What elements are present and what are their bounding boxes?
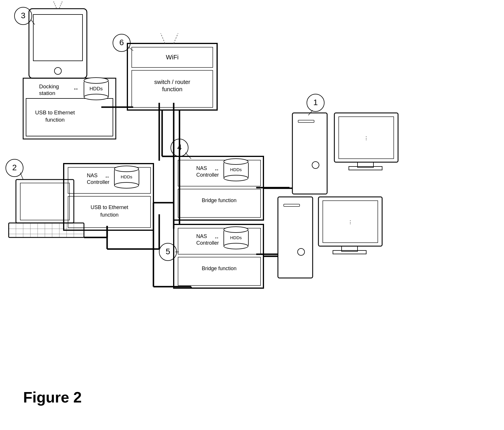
svg-rect-115 [333,250,366,254]
svg-point-19 [84,78,108,83]
svg-text:HDDs: HDDs [89,86,102,92]
svg-line-11 [54,1,56,8]
svg-point-61 [114,166,139,172]
svg-point-74 [224,175,248,181]
svg-rect-104 [349,166,382,170]
svg-text:HDDs: HDDs [230,235,242,240]
svg-point-99 [312,162,319,169]
svg-line-15 [31,20,35,25]
svg-text:NAS: NAS [196,165,207,171]
svg-rect-57 [64,164,153,230]
svg-text:function: function [100,212,118,218]
svg-line-12 [59,1,62,8]
svg-text:↔: ↔ [214,235,219,241]
svg-rect-69 [174,156,263,220]
svg-point-62 [114,182,139,188]
svg-text:switch / router: switch / router [154,79,190,85]
svg-point-20 [84,94,108,100]
svg-rect-108 [278,197,313,278]
svg-point-110 [298,248,305,255]
svg-text:HDDs: HDDs [121,174,132,179]
svg-text:↔: ↔ [105,174,110,180]
svg-text:function: function [162,86,182,92]
svg-rect-27 [16,180,74,223]
diagram-container: 3 HDDs ↔ Docking station USB to Ethernet… [0,0,504,430]
svg-rect-109 [284,204,300,206]
svg-rect-9 [33,14,83,61]
svg-rect-98 [298,120,314,122]
svg-rect-85 [178,257,261,286]
svg-line-43 [20,173,23,180]
svg-line-56 [128,47,133,51]
svg-text:Controller: Controller [87,179,109,185]
svg-rect-83 [174,224,263,288]
svg-text:5: 5 [166,247,170,256]
svg-text:⋮: ⋮ [364,136,369,141]
svg-text:NAS: NAS [196,233,207,239]
svg-point-73 [224,159,248,164]
svg-text:↔: ↔ [73,85,79,92]
svg-line-50 [174,33,178,43]
svg-line-82 [185,153,191,159]
svg-rect-28 [20,183,69,220]
svg-text:NAS: NAS [87,173,98,178]
svg-text:USB to Ethernet: USB to Ethernet [35,109,75,116]
svg-text:2: 2 [12,163,17,172]
svg-text:1: 1 [313,98,318,107]
svg-rect-97 [292,113,327,194]
svg-text:Docking: Docking [39,83,59,89]
svg-point-88 [224,243,248,249]
svg-text:HDDs: HDDs [230,167,242,172]
svg-text:Controller: Controller [196,172,219,178]
svg-text:USB to Ethernet: USB to Ethernet [91,204,128,210]
figure-label: Figure 2 [23,389,82,406]
svg-text:3: 3 [21,11,25,20]
svg-text:Bridge function: Bridge function [202,197,237,203]
svg-rect-17 [26,98,113,136]
svg-point-87 [224,227,248,233]
svg-text:6: 6 [119,38,124,47]
svg-text:Bridge function: Bridge function [202,266,237,271]
svg-text:Controller: Controller [196,240,219,246]
svg-point-10 [54,67,61,74]
svg-line-49 [161,33,165,43]
svg-text:↔: ↔ [214,167,219,173]
svg-text:⋮: ⋮ [348,220,353,225]
svg-text:WiFi: WiFi [166,54,179,61]
svg-rect-71 [178,189,261,217]
svg-text:function: function [45,117,65,123]
svg-text:station: station [39,90,55,96]
